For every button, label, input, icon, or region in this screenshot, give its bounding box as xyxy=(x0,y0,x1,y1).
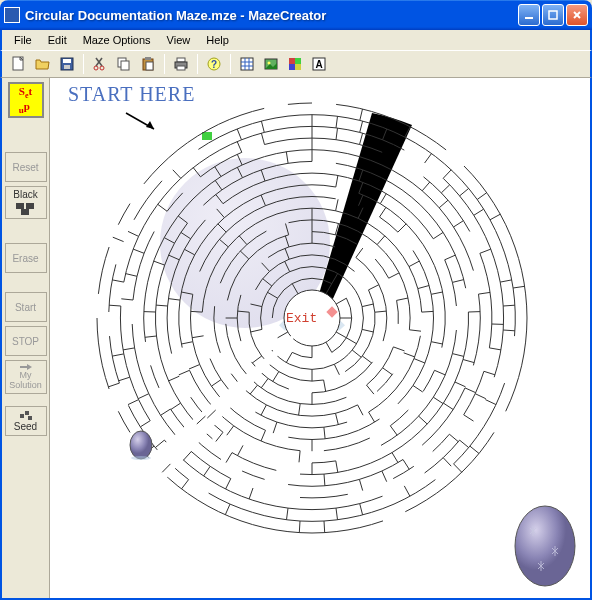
svg-line-184 xyxy=(403,460,409,470)
open-button[interactable] xyxy=(32,53,54,75)
toolbar: ? A xyxy=(0,50,592,78)
svg-line-92 xyxy=(367,385,374,394)
svg-line-223 xyxy=(503,305,515,306)
menu-edit[interactable]: Edit xyxy=(40,32,75,48)
svg-line-139 xyxy=(179,370,190,375)
svg-point-12 xyxy=(100,66,104,70)
paste-button[interactable] xyxy=(137,53,159,75)
seed-icon xyxy=(18,409,34,421)
erase-label: Erase xyxy=(12,253,38,264)
svg-line-167 xyxy=(324,474,325,486)
svg-rect-38 xyxy=(26,203,34,209)
svg-line-107 xyxy=(409,261,419,267)
svg-line-250 xyxy=(324,521,325,533)
svg-line-249 xyxy=(454,464,462,472)
svg-line-247 xyxy=(513,286,525,288)
reset-button[interactable]: Reset xyxy=(5,152,47,182)
easter-egg-large-icon xyxy=(510,498,580,588)
svg-line-222 xyxy=(500,280,512,282)
svg-line-213 xyxy=(261,133,264,144)
new-button[interactable] xyxy=(8,53,30,75)
app-icon xyxy=(4,7,20,23)
easter-egg-small-icon xyxy=(128,428,154,460)
svg-rect-8 xyxy=(64,65,70,69)
svg-line-133 xyxy=(380,194,386,204)
svg-line-91 xyxy=(383,368,393,375)
start-button[interactable]: Start xyxy=(5,292,47,322)
maze-canvas[interactable]: START HERE xyxy=(50,78,590,598)
minimize-button[interactable] xyxy=(518,4,540,26)
colors-icon xyxy=(287,56,303,72)
svg-line-239 xyxy=(128,231,139,236)
svg-line-65 xyxy=(334,364,339,375)
cut-button[interactable] xyxy=(89,53,111,75)
seed-button[interactable]: Seed xyxy=(5,406,47,436)
colors-button[interactable] xyxy=(284,53,306,75)
erase-button[interactable]: Erase xyxy=(5,243,47,273)
svg-line-180 xyxy=(439,200,448,208)
svg-rect-20 xyxy=(177,66,185,70)
menu-file[interactable]: File xyxy=(6,32,40,48)
svg-line-252 xyxy=(225,504,230,515)
maximize-button[interactable] xyxy=(542,4,564,26)
svg-line-100 xyxy=(404,353,415,357)
svg-line-256 xyxy=(108,383,119,387)
menu-help[interactable]: Help xyxy=(198,32,237,48)
svg-line-182 xyxy=(479,292,491,294)
svg-line-174 xyxy=(178,216,187,223)
svg-line-225 xyxy=(485,400,496,405)
svg-line-209 xyxy=(133,249,144,253)
menu-view[interactable]: View xyxy=(159,32,199,48)
svg-line-186 xyxy=(359,479,362,490)
svg-line-53 xyxy=(336,332,346,338)
svg-line-219 xyxy=(443,170,451,179)
toolbar-separator xyxy=(164,54,165,74)
svg-rect-44 xyxy=(28,416,32,420)
svg-line-141 xyxy=(184,249,194,255)
setup-button[interactable]: Setup xyxy=(8,82,44,118)
svg-rect-32 xyxy=(295,58,301,64)
save-button[interactable] xyxy=(56,53,78,75)
svg-line-216 xyxy=(360,121,363,132)
svg-line-51 xyxy=(336,298,346,304)
svg-line-187 xyxy=(161,409,171,415)
svg-line-208 xyxy=(126,274,137,277)
svg-line-68 xyxy=(251,304,262,307)
copy-button[interactable] xyxy=(113,53,135,75)
text-button[interactable]: A xyxy=(308,53,330,75)
svg-line-170 xyxy=(145,336,157,337)
stop-button[interactable]: STOP xyxy=(5,326,47,356)
help-button[interactable]: ? xyxy=(203,53,225,75)
svg-line-76 xyxy=(252,356,261,363)
image-button[interactable] xyxy=(260,53,282,75)
svg-line-59 xyxy=(346,338,356,344)
svg-line-205 xyxy=(138,394,149,399)
svg-line-146 xyxy=(452,280,463,283)
window-controls xyxy=(518,4,588,26)
svg-line-155 xyxy=(169,376,180,381)
svg-line-111 xyxy=(369,412,375,422)
svg-line-191 xyxy=(336,128,338,140)
svg-point-11 xyxy=(94,66,98,70)
svg-rect-31 xyxy=(289,58,295,64)
print-button[interactable] xyxy=(170,53,192,75)
svg-line-147 xyxy=(452,354,463,357)
svg-line-72 xyxy=(375,311,387,312)
svg-line-229 xyxy=(360,504,363,515)
grid-button[interactable] xyxy=(236,53,258,75)
black-button[interactable]: Black xyxy=(5,186,47,219)
svg-line-207 xyxy=(121,299,133,300)
menu-maze-options[interactable]: Maze Options xyxy=(75,32,159,48)
svg-line-98 xyxy=(377,236,385,245)
svg-line-89 xyxy=(397,298,409,300)
close-button[interactable] xyxy=(566,4,588,26)
sidebar: Setup Reset Black Erase Start STOP MySol… xyxy=(2,78,50,598)
svg-rect-23 xyxy=(241,58,253,70)
svg-line-114 xyxy=(211,380,221,387)
svg-line-109 xyxy=(422,311,434,312)
my-solution-button[interactable]: MySolution xyxy=(5,360,47,394)
svg-line-93 xyxy=(299,404,301,416)
svg-line-181 xyxy=(454,221,464,227)
svg-line-134 xyxy=(435,370,446,375)
svg-line-83 xyxy=(261,379,268,388)
